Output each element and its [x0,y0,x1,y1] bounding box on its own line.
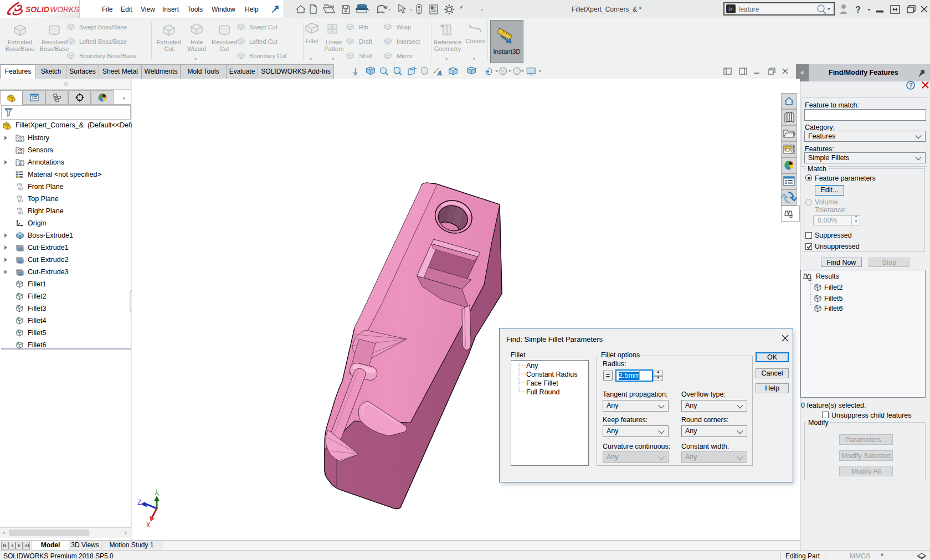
svg-text:Z: Z [137,499,141,507]
svg-text:X: X [146,522,150,530]
svg-text:?: ? [909,82,913,89]
